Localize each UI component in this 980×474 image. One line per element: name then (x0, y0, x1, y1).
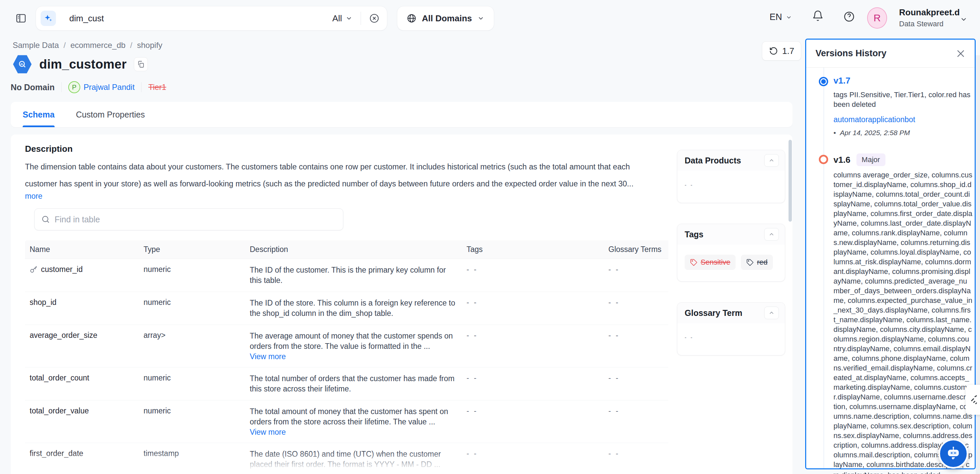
table-row[interactable]: shop_id numeric The ID of the store. Thi… (25, 292, 668, 325)
column-header-description: Description (243, 240, 460, 259)
language-dropdown[interactable]: EN (770, 12, 792, 22)
user-menu[interactable]: Rounakpreet.d Data Steward (899, 7, 960, 28)
chevron-up-icon (768, 157, 775, 164)
globe-icon (407, 13, 417, 23)
chevron-down-icon (477, 14, 485, 22)
column-name: average_order_size (30, 331, 97, 340)
glossary-empty[interactable]: - - (608, 406, 620, 415)
tags-empty[interactable]: - - (466, 374, 478, 382)
tags-empty[interactable]: - - (466, 298, 478, 307)
column-header-glossary: Glossary Terms (602, 240, 668, 259)
global-search-bar[interactable]: All (36, 6, 387, 30)
floating-widget[interactable] (966, 385, 980, 415)
chevron-up-icon (768, 310, 775, 316)
breadcrumb-service[interactable]: Sample Data (13, 41, 59, 50)
chat-bot-button[interactable] (939, 439, 968, 469)
version-entry-v1-7: v1.7 tags PII.Sensitive, Tier.Tier1, col… (806, 68, 975, 137)
glossary-empty[interactable]: - - (608, 298, 620, 307)
scrollbar-thumb[interactable] (789, 140, 792, 222)
divider (361, 12, 361, 25)
version-radio[interactable] (819, 155, 828, 164)
version-summary: tags PII.Sensitive, Tier.Tier1, color.re… (834, 90, 973, 109)
copy-link-button[interactable] (134, 57, 148, 71)
page-title: dim_customer (39, 57, 127, 72)
data-products-title: Data Products (685, 156, 741, 165)
version-entry-v1-6: v1.6 Major columns average_order_size, c… (806, 145, 975, 468)
tag-chip-red[interactable]: red (741, 254, 773, 270)
owner-name: Prajwal Pandit (84, 83, 135, 92)
tags-empty[interactable]: - - (466, 265, 478, 274)
panel-left-icon (15, 13, 27, 24)
find-in-table-input[interactable] (55, 215, 336, 224)
glossary-empty[interactable]: - - (608, 331, 620, 339)
glossary-empty[interactable]: - - (608, 265, 620, 274)
search-input[interactable] (69, 13, 332, 24)
primary-key-icon (30, 266, 38, 274)
bell-icon (812, 10, 824, 22)
column-header-tags: Tags (460, 240, 602, 259)
tags-empty[interactable]: - - (466, 449, 478, 458)
version-link[interactable]: v1.7 (834, 76, 851, 86)
find-in-table-box[interactable] (34, 208, 343, 231)
glossary-term-card: Glossary Term - - (677, 302, 785, 355)
resize-handle-icon (970, 394, 980, 406)
view-more-link[interactable]: View more (250, 428, 286, 437)
chevron-down-icon[interactable] (960, 15, 968, 23)
breadcrumb-database[interactable]: ecommerce_db (70, 41, 125, 50)
version-radio-selected[interactable] (819, 77, 828, 86)
column-name: customer_id (41, 265, 83, 274)
view-more-link[interactable]: View more (250, 470, 286, 474)
column-description: The average amount of money that the cus… (250, 331, 458, 352)
tab-schema[interactable]: Schema (23, 102, 55, 127)
tags-empty[interactable]: - - (466, 406, 478, 415)
description-more-link[interactable]: more (25, 192, 42, 201)
table-row[interactable]: total_order_count numeric The total numb… (25, 367, 668, 401)
table-row[interactable]: customer_id numeric The ID of the custom… (25, 259, 668, 292)
domain-label[interactable]: No Domain (11, 83, 55, 92)
ai-sparkle-icon[interactable] (41, 11, 56, 26)
notifications-button[interactable] (812, 10, 824, 22)
table-row[interactable]: total_order_value numeric The total amou… (25, 401, 668, 443)
divider (141, 82, 142, 92)
close-panel-button[interactable] (955, 48, 966, 59)
chevron-up-icon (768, 231, 775, 238)
collapse-button[interactable] (764, 228, 779, 241)
tier-label[interactable]: Tier1 (148, 83, 166, 92)
version-date: Apr 14, 2025, 2:58 PM (834, 129, 966, 137)
sidebar-toggle-button[interactable] (15, 13, 27, 24)
user-role: Data Steward (899, 20, 960, 28)
column-type: timestamp (137, 443, 243, 474)
table-header-row: Name Type Description Tags Glossary Term… (25, 240, 668, 259)
version-button[interactable]: 1.7 (762, 41, 801, 60)
tag-chip-sensitive[interactable]: Sensitive (685, 254, 736, 270)
version-label[interactable]: v1.6 (834, 155, 851, 165)
column-type: array> (137, 325, 243, 367)
glossary-empty[interactable]: - - (608, 449, 620, 458)
divider (61, 82, 62, 92)
column-name: first_order_date (30, 449, 83, 458)
tab-custom-properties[interactable]: Custom Properties (76, 102, 145, 127)
domains-label: All Domains (422, 13, 472, 24)
description-heading: Description (25, 144, 73, 154)
version-author-link[interactable]: automatorapplicationbot (834, 115, 966, 124)
clear-search-icon[interactable] (369, 13, 380, 24)
table-row[interactable]: average_order_size array> The average am… (25, 325, 668, 367)
view-more-link[interactable]: View more (250, 352, 286, 361)
breadcrumb-schema[interactable]: shopify (137, 41, 162, 50)
table-row[interactable]: first_order_date timestamp The date (ISO… (25, 443, 668, 474)
data-products-empty: - - (685, 182, 694, 188)
schema-panel: Description The dimension table contains… (11, 135, 792, 474)
user-avatar[interactable]: R (867, 7, 887, 29)
domains-dropdown[interactable]: All Domains (397, 6, 494, 30)
collapse-button[interactable] (764, 154, 779, 167)
owner-chip[interactable]: P Prajwal Pandit (68, 81, 135, 93)
glossary-empty[interactable]: - - (608, 374, 620, 382)
tags-empty[interactable]: - - (466, 331, 478, 339)
version-number: 1.7 (782, 46, 794, 56)
collapse-button[interactable] (764, 307, 779, 319)
help-button[interactable] (843, 11, 855, 23)
search-scope-dropdown[interactable]: All (332, 13, 353, 24)
robot-icon (945, 445, 962, 462)
version-history-icon (769, 46, 778, 56)
column-type: numeric (137, 401, 243, 443)
